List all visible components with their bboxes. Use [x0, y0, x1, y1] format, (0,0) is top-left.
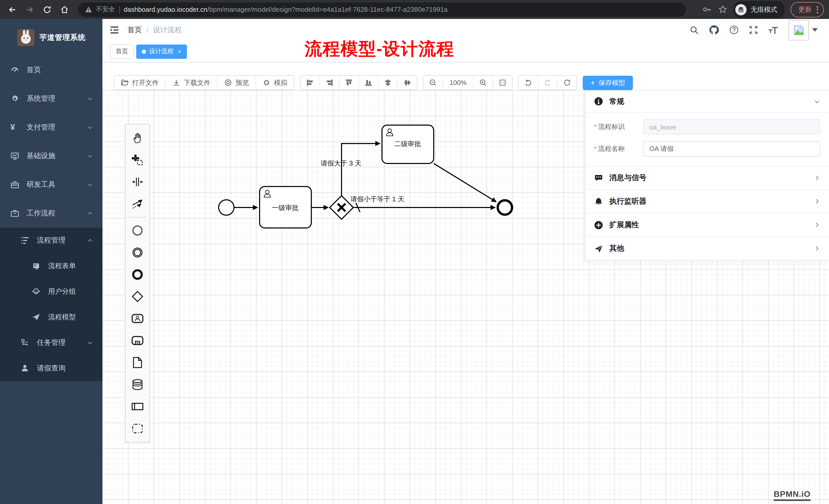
create-subprocess[interactable]	[125, 329, 149, 351]
flow-task2-to-end[interactable]	[434, 163, 496, 202]
sidebar-item-process-model[interactable]: 流程模型	[0, 304, 102, 330]
sidebar-item-task-mgmt[interactable]: 任务管理	[0, 330, 102, 356]
align-vertical-center-button[interactable]	[379, 76, 398, 89]
github-icon[interactable]	[709, 25, 719, 35]
align-left-button[interactable]	[300, 76, 320, 89]
designer-content: 打开文件 下载文件 预览 模拟	[102, 63, 829, 504]
panel-section-extended[interactable]: 扩展属性	[585, 213, 829, 236]
forward-icon[interactable]	[23, 2, 37, 16]
create-data-store[interactable]	[125, 374, 149, 395]
open-file-button[interactable]: 打开文件	[114, 76, 166, 89]
create-data-object[interactable]	[125, 351, 149, 374]
bpmn-io-logo[interactable]: BPMN.iO	[774, 490, 810, 501]
properties-panel: 常规 *流程标识 oa_leave *流程名称 OA 请假	[585, 90, 829, 261]
font-size-icon[interactable]	[768, 25, 779, 35]
sidebar-item-process-form[interactable]: 流程表单	[0, 253, 102, 279]
flow-label-gt3[interactable]: 请假大于 3 天	[321, 159, 361, 167]
browser-menu-icon[interactable]	[817, 6, 818, 13]
chevron-down-icon	[87, 340, 93, 346]
panel-section-messages[interactable]: 消息与信号	[585, 166, 829, 189]
breadcrumb-current: 设计流程	[153, 25, 182, 35]
sidebar-item-label: 流程管理	[37, 236, 87, 245]
panel-section-listeners[interactable]: 执行监听器	[585, 189, 829, 213]
tab-design-process[interactable]: 设计流程 ×	[136, 44, 187, 59]
update-button[interactable]: 更新	[791, 2, 824, 17]
home-icon[interactable]	[57, 2, 72, 16]
avatar[interactable]	[789, 20, 809, 40]
sidebar-item-home[interactable]: 首页	[0, 56, 102, 84]
sidebar-item-workflow[interactable]: 工作流程	[0, 199, 102, 228]
align-hcenter-icon	[403, 79, 411, 86]
bookmark-star-icon[interactable]	[718, 5, 728, 14]
redo-button[interactable]	[538, 76, 558, 89]
panel-section-general[interactable]: 常规	[585, 90, 829, 112]
create-start-event[interactable]	[125, 220, 149, 241]
breadcrumb-home[interactable]: 首页	[128, 25, 142, 35]
create-end-event[interactable]	[125, 264, 149, 285]
reload-icon[interactable]	[40, 2, 54, 16]
tab-close-icon[interactable]: ×	[178, 48, 181, 55]
chevron-down-icon	[87, 182, 93, 188]
fullscreen-icon[interactable]	[749, 25, 758, 35]
sidebar-item-label: 用户分组	[48, 287, 102, 296]
avatar-caret-icon[interactable]	[812, 28, 818, 32]
panel-section-other[interactable]: 其他	[585, 236, 829, 260]
search-icon[interactable]	[690, 25, 699, 35]
bpmn-palette	[125, 124, 150, 442]
security-indicator[interactable]: 不安全	[85, 5, 115, 14]
create-intermediate-event[interactable]	[125, 241, 149, 264]
zoom-out-button[interactable]	[424, 76, 443, 89]
back-icon[interactable]	[5, 2, 20, 16]
sidebar-item-user-group[interactable]: 用户分组	[0, 279, 102, 304]
end-event[interactable]	[498, 200, 512, 215]
space-tool[interactable]	[125, 171, 149, 193]
zoom-in-button[interactable]	[474, 76, 493, 89]
chevron-right-icon	[814, 245, 820, 252]
url-text[interactable]: dashboard.yudao.iocoder.cn/bpm/manager/m…	[124, 6, 447, 13]
key-icon[interactable]	[702, 5, 712, 14]
chevron-right-icon	[814, 198, 820, 205]
align-horizontal-center-button[interactable]	[398, 76, 417, 89]
sidebar-item-label: 流程表单	[48, 262, 102, 271]
undo-button[interactable]	[519, 76, 538, 89]
panel-section-title: 扩展属性	[609, 220, 807, 230]
tab-home[interactable]: 首页	[110, 44, 134, 59]
align-top-button[interactable]	[339, 76, 359, 89]
sidebar-item-process-mgmt[interactable]: 流程管理	[0, 228, 102, 253]
lasso-tool[interactable]	[125, 149, 149, 171]
panel-section-title: 常规	[609, 96, 807, 106]
sidebar-item-leave-query[interactable]: 请假查询	[0, 356, 102, 381]
hand-tool[interactable]	[125, 127, 149, 149]
start-event[interactable]	[219, 200, 234, 215]
sidebar-item-payment[interactable]: ¥ 支付管理	[0, 113, 102, 142]
fit-viewport-button[interactable]	[493, 76, 512, 89]
required-mark: *	[594, 123, 597, 130]
create-user-task[interactable]	[125, 308, 149, 329]
sidebar-item-system[interactable]: 系统管理	[0, 84, 102, 113]
process-key-input[interactable]: oa_leave	[643, 119, 820, 134]
save-model-button[interactable]: + 保存模型	[583, 75, 633, 90]
help-icon[interactable]	[729, 25, 739, 35]
process-name-input[interactable]: OA 请假	[643, 141, 820, 157]
restart-button[interactable]	[558, 76, 577, 89]
app-logo-row[interactable]: 芋道管理系统	[0, 19, 102, 56]
address-bar[interactable]: 不安全 dashboard.yudao.iocoder.cn/bpm/manag…	[78, 2, 686, 16]
tab-label: 设计流程	[149, 47, 174, 56]
align-right-button[interactable]	[320, 76, 339, 89]
designer-toolbar: 打开文件 下载文件 预览 模拟	[114, 75, 633, 90]
sidebar-item-infra[interactable]: 基础设施	[0, 142, 102, 170]
flow-gateway-to-task2[interactable]	[341, 144, 380, 196]
create-gateway[interactable]	[125, 285, 149, 308]
simulate-button[interactable]: 模拟	[256, 76, 294, 89]
create-group[interactable]	[125, 418, 149, 439]
download-file-button[interactable]: 下载文件	[166, 76, 218, 89]
sidebar-collapse-icon[interactable]	[110, 25, 119, 35]
create-participant[interactable]	[125, 395, 149, 418]
sidebar-item-devtools[interactable]: 研发工具	[0, 170, 102, 199]
align-bottom-button[interactable]	[359, 76, 379, 89]
flow-label-le1[interactable]: 请假小于等于 1 天	[351, 195, 404, 203]
global-connect-tool[interactable]	[125, 193, 149, 215]
form-icon	[32, 262, 41, 271]
preview-button[interactable]: 预览	[218, 76, 256, 89]
exclusive-gateway[interactable]	[330, 196, 353, 219]
